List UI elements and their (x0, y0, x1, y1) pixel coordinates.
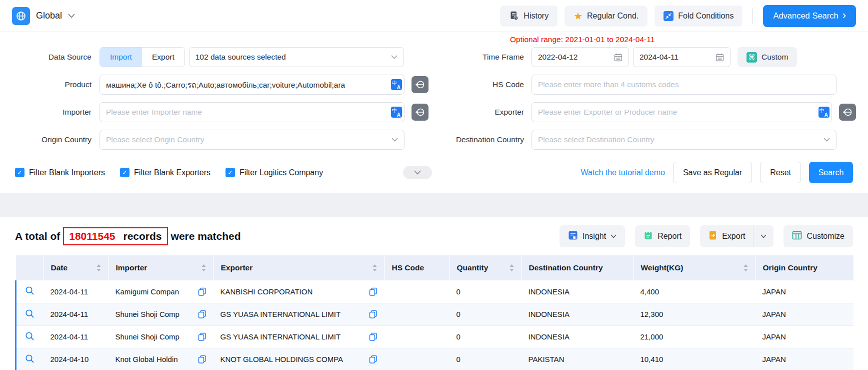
exclude-search-icon[interactable] (412, 76, 428, 93)
search-form: Optional range: 2021-01-01 to 2024-04-11… (0, 32, 868, 193)
exclude-search-icon[interactable] (839, 104, 856, 121)
cell-exporter: KNOT GLOBAL HOLDINGS COMPA (214, 348, 384, 370)
copy-icon[interactable] (198, 355, 206, 363)
region-selector[interactable]: Global (12, 7, 75, 25)
header-importer[interactable]: Importer (108, 255, 214, 280)
header-quantity[interactable]: Quantity (450, 255, 522, 280)
product-input[interactable] (100, 75, 404, 95)
region-label: Global (36, 11, 62, 21)
form-row-product: Product 中 A HS Code (0, 75, 856, 95)
destination-country-select[interactable]: Please select Destination Country (532, 130, 836, 150)
view-detail-search-icon[interactable] (25, 354, 34, 363)
cell-importer: Shunei Shoji Comp (108, 303, 214, 325)
checkbox-filter-blank-importers[interactable]: ✓ Filter Blank Importers (15, 168, 105, 177)
view-detail-search-icon[interactable] (25, 286, 34, 295)
translate-icon[interactable]: 中 A (391, 107, 402, 118)
copy-icon[interactable] (369, 332, 378, 341)
header-weight[interactable]: Weight(KG) (634, 255, 756, 280)
arrow-right-icon: › (842, 10, 846, 21)
insight-icon: BI (568, 230, 578, 242)
cell-quantity: 0 (450, 303, 522, 325)
advanced-search-button[interactable]: Advanced Search › (763, 5, 856, 27)
insight-button[interactable]: BI Insight (560, 225, 625, 247)
cell-destination: INDONESIA (522, 280, 634, 303)
table-header-row: Date Importer Exporter HS Code Quantity … (16, 255, 854, 280)
time-frame-label: Time Frame (432, 53, 532, 62)
export-button-group: Export (700, 225, 774, 247)
exporter-input[interactable] (532, 102, 832, 122)
chevron-down-icon (414, 170, 421, 175)
cell-hs-code (384, 280, 450, 303)
translate-icon[interactable]: 中 A (818, 107, 830, 118)
data-sources-dropdown[interactable]: 102 data sources selected (189, 47, 404, 67)
tab-import[interactable]: Import (100, 48, 142, 67)
table-row: 2024-04-11 Shunei Shoji Comp GS YUASA IN… (16, 325, 854, 348)
regular-conditions-button[interactable]: ★ Regular Cond. (564, 6, 648, 27)
search-button[interactable]: Search (809, 162, 853, 183)
history-icon (509, 11, 519, 21)
end-date-input[interactable]: 2024-04-11 (633, 47, 730, 67)
exclude-search-icon[interactable] (412, 104, 428, 121)
copy-icon[interactable] (369, 310, 378, 318)
sort-icon[interactable] (96, 264, 101, 271)
history-button[interactable]: History (500, 6, 558, 27)
export-button[interactable]: Export (700, 230, 753, 242)
report-button[interactable]: Report (635, 225, 690, 247)
cell-date: 2024-04-11 (44, 303, 108, 325)
origin-country-select[interactable]: Please select Origin Country (100, 130, 404, 150)
tab-export[interactable]: Export (142, 48, 184, 67)
calendar-icon (614, 53, 622, 62)
results-toolbar: BI Insight Report Export (560, 225, 853, 247)
globe-icon (12, 7, 30, 25)
copy-icon[interactable] (369, 287, 378, 296)
sort-icon[interactable] (202, 264, 206, 271)
checkbox-checked-icon: ✓ (226, 168, 235, 177)
copy-icon[interactable] (198, 287, 206, 296)
sort-icon[interactable] (372, 264, 377, 271)
advanced-search-label: Advanced Search (773, 11, 838, 21)
header-exporter[interactable]: Exporter (214, 255, 384, 280)
header-date[interactable]: Date (44, 255, 108, 280)
end-date-value: 2024-04-11 (640, 53, 678, 62)
cell-importer: Knot Global Holdin (108, 348, 214, 370)
translate-icon[interactable]: 中 A (391, 79, 402, 90)
export-dropdown-button[interactable] (754, 225, 774, 247)
form-row-data-source: Data Source Import Export 102 data sourc… (0, 47, 856, 67)
start-date-input[interactable]: 2022-04-12 (532, 47, 629, 67)
reset-button[interactable]: Reset (760, 162, 801, 183)
cell-exporter: GS YUASA INTERNATIONAL LIMIT (214, 303, 384, 325)
cell-hs-code (384, 348, 450, 370)
copy-icon[interactable] (369, 355, 378, 363)
copy-icon[interactable] (198, 332, 206, 341)
save-as-regular-button[interactable]: Save as Regular (673, 162, 752, 183)
importer-input[interactable] (100, 102, 404, 122)
view-detail-search-icon[interactable] (25, 309, 34, 318)
sort-icon[interactable] (510, 264, 514, 271)
cell-weight: 4,400 (634, 280, 756, 303)
header-destination-country: Destination Country (522, 255, 634, 280)
sort-icon[interactable] (744, 264, 748, 271)
checkbox-filter-blank-exporters[interactable]: ✓ Filter Blank Exporters (120, 168, 210, 177)
hs-code-input[interactable] (532, 75, 836, 95)
fold-conditions-button[interactable]: Fold Conditions (654, 6, 742, 27)
custom-range-button[interactable]: ⌘ Custom (738, 47, 797, 67)
records-word: records (124, 230, 162, 242)
view-detail-search-icon[interactable] (25, 331, 34, 341)
customize-icon (792, 231, 802, 242)
chevron-down-icon (68, 14, 75, 18)
row-detail-cell (16, 280, 44, 303)
cell-exporter: KANBISHI CORPORATION (214, 280, 384, 303)
expand-conditions-button[interactable] (403, 166, 432, 179)
tutorial-link[interactable]: Watch the tutorial demo (581, 168, 665, 177)
history-label: History (524, 12, 548, 21)
customize-button[interactable]: Customize (784, 225, 853, 247)
insight-label: Insight (582, 232, 606, 241)
record-count: 18011545 (69, 230, 115, 242)
cell-date: 2024-04-11 (44, 325, 108, 348)
row-detail-cell (16, 348, 44, 370)
fold-conditions-label: Fold Conditions (678, 12, 734, 21)
table-row: 2024-04-11 Kamigumi Compan KANBISHI CORP… (16, 280, 854, 303)
cell-destination: INDONESIA (522, 325, 634, 348)
checkbox-filter-logitics-company[interactable]: ✓ Filter Logitics Company (226, 168, 323, 177)
copy-icon[interactable] (198, 310, 206, 318)
